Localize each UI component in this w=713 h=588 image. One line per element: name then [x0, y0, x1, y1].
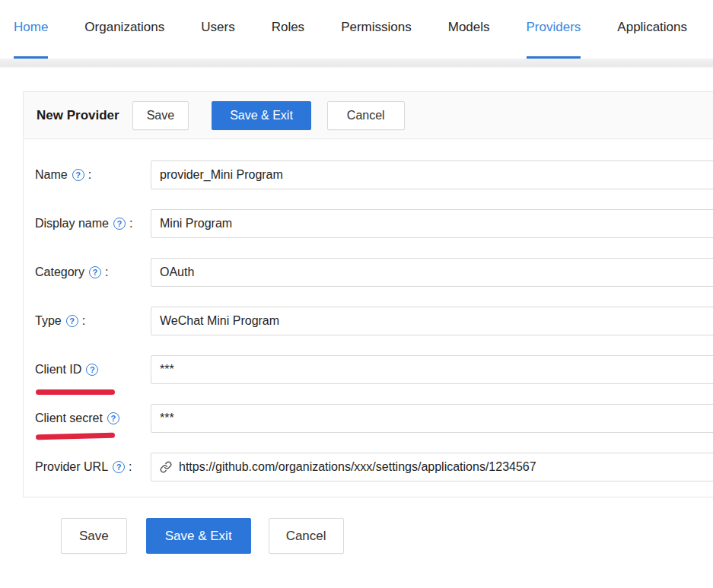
- form-row-client-secret: Client secret ?: [35, 404, 713, 433]
- tab-home-label: Home: [14, 20, 48, 34]
- link-icon: [160, 461, 172, 473]
- tab-models[interactable]: Models: [448, 20, 490, 59]
- page-title: New Provider: [37, 108, 119, 123]
- help-icon[interactable]: ?: [89, 266, 101, 278]
- top-nav: Home Organizations Users Roles Permissio…: [0, 0, 713, 59]
- tab-organizations[interactable]: Organizations: [84, 20, 164, 59]
- tab-roles[interactable]: Roles: [272, 20, 304, 59]
- save-button[interactable]: Save: [132, 101, 189, 130]
- provider-url-label: Provider URL ? :: [35, 460, 151, 474]
- type-label: Type ? :: [35, 314, 151, 328]
- help-icon[interactable]: ?: [66, 315, 78, 327]
- save-and-exit-button[interactable]: Save & Exit: [212, 101, 311, 130]
- save-button-bottom[interactable]: Save: [61, 518, 127, 554]
- category-label: Category ? :: [35, 265, 151, 279]
- tab-applications[interactable]: Applications: [617, 20, 687, 59]
- nav-shadow-band: [0, 59, 713, 68]
- tab-models-label: Models: [448, 20, 490, 34]
- tab-providers-label: Providers: [527, 20, 581, 34]
- tab-home[interactable]: Home: [14, 20, 48, 59]
- form-row-display-name: Display name ? :: [35, 209, 713, 238]
- tab-providers[interactable]: Providers: [527, 20, 581, 59]
- help-icon[interactable]: ?: [86, 364, 98, 376]
- help-icon[interactable]: ?: [107, 412, 119, 424]
- cancel-button-bottom[interactable]: Cancel: [269, 518, 344, 554]
- form-row-type: Type ? :: [35, 307, 713, 335]
- new-provider-card: New Provider Save Save & Exit Cancel Nam…: [23, 91, 713, 497]
- active-tab-inkbar: [14, 56, 48, 59]
- help-icon[interactable]: ?: [113, 461, 125, 473]
- tab-roles-label: Roles: [272, 20, 304, 34]
- help-icon[interactable]: ?: [113, 218, 126, 230]
- display-name-input[interactable]: [151, 209, 713, 238]
- card-header: New Provider Save Save & Exit Cancel: [24, 92, 713, 139]
- red-underline-annotation: [36, 433, 115, 440]
- client-id-input[interactable]: [151, 355, 713, 384]
- red-underline-annotation: [36, 389, 115, 395]
- active-tab-inkbar: [527, 56, 581, 59]
- name-input[interactable]: [151, 161, 713, 189]
- name-label: Name ? :: [35, 168, 151, 182]
- type-select[interactable]: [151, 307, 713, 335]
- tab-permissions-label: Permissions: [341, 20, 412, 34]
- form-row-provider-url: Provider URL ? : https://github.com/orga…: [35, 453, 713, 482]
- tab-users-label: Users: [201, 20, 234, 34]
- tab-applications-label: Applications: [617, 20, 687, 34]
- tab-permissions[interactable]: Permissions: [341, 20, 412, 59]
- provider-url-text: https://github.com/organizations/xxx/set…: [179, 460, 536, 474]
- footer-actions: Save Save & Exit Cancel: [61, 518, 344, 554]
- tab-users[interactable]: Users: [201, 20, 234, 59]
- help-icon[interactable]: ?: [72, 169, 84, 181]
- provider-form: Name ? : Display name ? : Category ? :: [24, 139, 713, 482]
- provider-url-input[interactable]: https://github.com/organizations/xxx/set…: [151, 453, 713, 482]
- client-id-label: Client ID ?: [35, 363, 151, 377]
- client-secret-label: Client secret ?: [35, 412, 151, 425]
- cancel-button[interactable]: Cancel: [327, 101, 405, 130]
- display-name-label: Display name ? :: [35, 217, 151, 230]
- form-row-client-id: Client ID ?: [35, 355, 713, 384]
- form-row-category: Category ? :: [35, 258, 713, 287]
- category-select[interactable]: [151, 258, 713, 287]
- save-and-exit-button-bottom[interactable]: Save & Exit: [146, 518, 251, 554]
- form-row-name: Name ? :: [35, 161, 713, 189]
- client-secret-input[interactable]: [151, 404, 713, 433]
- tab-organizations-label: Organizations: [84, 20, 164, 34]
